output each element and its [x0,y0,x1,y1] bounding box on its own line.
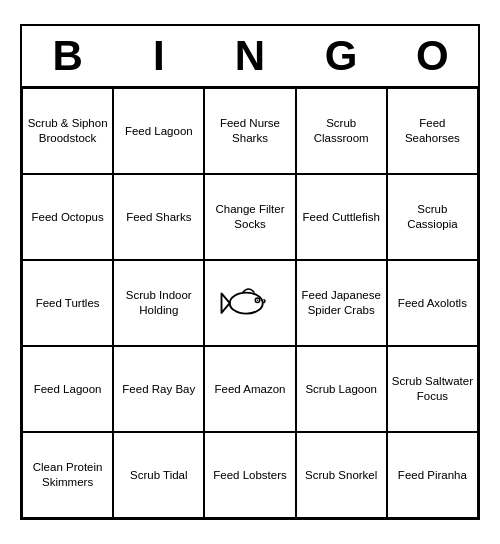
bingo-cell-11: Scrub Indoor Holding [113,260,204,346]
bingo-cell-5: Feed Octopus [22,174,113,260]
bingo-cell-22: Feed Lobsters [204,432,295,518]
svg-point-0 [230,292,263,313]
bingo-header: B I N G O [22,26,478,88]
bingo-cell-23: Scrub Snorkel [296,432,387,518]
svg-marker-1 [221,293,229,313]
bingo-cell-15: Feed Lagoon [22,346,113,432]
letter-i: I [116,32,202,80]
bingo-cell-24: Feed Piranha [387,432,478,518]
letter-o: O [389,32,475,80]
bingo-cell-7: Change Filter Socks [204,174,295,260]
bingo-cell-9: Scrub Cassiopia [387,174,478,260]
bingo-cell-13: Feed Japanese Spider Crabs [296,260,387,346]
letter-b: B [25,32,111,80]
bingo-cell-2: Feed Nurse Sharks [204,88,295,174]
bingo-cell-19: Scrub Saltwater Focus [387,346,478,432]
bingo-cell-18: Scrub Lagoon [296,346,387,432]
bingo-cell-12 [204,260,295,346]
letter-n: N [207,32,293,80]
bingo-cell-6: Feed Sharks [113,174,204,260]
bingo-cell-14: Feed Axolotls [387,260,478,346]
bingo-cell-0: Scrub & Siphon Broodstock [22,88,113,174]
bingo-cell-21: Scrub Tidal [113,432,204,518]
bingo-grid: Scrub & Siphon BroodstockFeed LagoonFeed… [22,88,478,518]
bingo-cell-4: Feed Seahorses [387,88,478,174]
bingo-card: B I N G O Scrub & Siphon BroodstockFeed … [20,24,480,520]
bingo-cell-3: Scrub Classroom [296,88,387,174]
bingo-cell-10: Feed Turtles [22,260,113,346]
bingo-cell-16: Feed Ray Bay [113,346,204,432]
free-space-fish-icon [220,281,280,326]
letter-g: G [298,32,384,80]
bingo-cell-1: Feed Lagoon [113,88,204,174]
bingo-cell-17: Feed Amazon [204,346,295,432]
bingo-cell-20: Clean Protein Skimmers [22,432,113,518]
svg-point-3 [257,299,259,301]
bingo-cell-8: Feed Cuttlefish [296,174,387,260]
